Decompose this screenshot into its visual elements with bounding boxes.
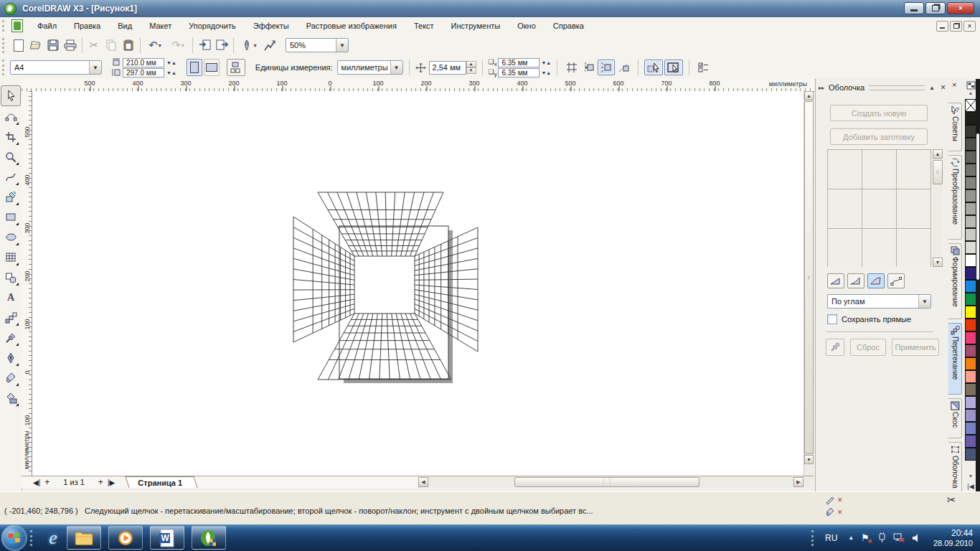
preset-scroll-up-icon[interactable]: ▲	[933, 149, 943, 159]
tab-shaping[interactable]: Формирование	[948, 243, 962, 319]
color-swatch[interactable]	[965, 435, 976, 448]
zoom-tool[interactable]	[1, 147, 20, 166]
ie-taskbar-icon[interactable]: e	[41, 526, 65, 550]
color-swatch[interactable]	[965, 138, 976, 151]
color-swatch[interactable]	[965, 448, 976, 461]
fill-tool[interactable]	[1, 368, 20, 387]
docker-collapse-icon[interactable]: ▸▸	[819, 85, 824, 91]
paste-button[interactable]	[120, 37, 137, 54]
cut-button[interactable]: ✂	[85, 37, 103, 54]
toolbar-grip[interactable]	[2, 38, 8, 53]
undo-button[interactable]: ↶▾	[143, 37, 166, 54]
zoom-level-combo[interactable]: 50% ▼	[286, 38, 349, 52]
pick-tool[interactable]	[1, 85, 21, 106]
add-page-after-button[interactable]: +	[98, 477, 103, 487]
scroll-right-icon[interactable]: ▶	[793, 477, 804, 487]
network-icon[interactable]: ✕	[893, 532, 905, 543]
color-swatch[interactable]	[965, 344, 976, 357]
color-swatch[interactable]	[965, 319, 976, 331]
duplicate-y-field[interactable]: 6.35 мм	[498, 68, 540, 77]
paper-width-field[interactable]: 210.0 мм	[123, 58, 164, 67]
preset-scrollbar[interactable]: ▲ ≡ ▼	[933, 149, 943, 267]
duplicate-x-spinner[interactable]: ▼▲	[541, 60, 551, 65]
paper-height-spinner[interactable]: ▼▲	[166, 70, 176, 75]
language-indicator[interactable]: RU	[825, 533, 837, 543]
color-swatch[interactable]	[965, 176, 976, 189]
power-plug-icon[interactable]	[877, 532, 887, 543]
word-taskbar-button[interactable]: W	[150, 526, 184, 550]
color-swatch[interactable]	[965, 241, 976, 254]
landscape-button[interactable]	[204, 59, 220, 76]
set-default-page-button[interactable]	[227, 59, 245, 76]
nudge-field[interactable]: 2,54 мм	[429, 61, 466, 75]
color-swatch[interactable]	[965, 370, 976, 383]
mdi-close-button[interactable]: ×	[963, 21, 976, 32]
speaker-icon[interactable]	[912, 533, 922, 543]
page-tab[interactable]: Страница 1	[126, 476, 198, 488]
import-button[interactable]	[196, 37, 213, 54]
color-swatch[interactable]	[965, 357, 976, 370]
export-button[interactable]	[213, 37, 230, 54]
tab-blend[interactable]: Перетекание	[948, 323, 962, 395]
add-page-before-button[interactable]: +	[44, 477, 50, 487]
restore-button[interactable]	[925, 2, 946, 14]
preset-cell[interactable]	[827, 189, 862, 229]
drawing-canvas[interactable]	[32, 91, 804, 476]
mapping-mode-combo[interactable]: По углам ▼	[827, 294, 931, 309]
mdi-minimize-button[interactable]	[936, 21, 948, 32]
tab-bevel[interactable]: Скос	[948, 398, 962, 438]
tab-transformation[interactable]: Преобразование	[948, 155, 962, 240]
docker-drag-texture[interactable]	[869, 85, 925, 90]
menu-item[interactable]: Текст	[405, 19, 443, 33]
menu-item[interactable]: Вид	[109, 19, 141, 33]
duplicate-x-field[interactable]: 6.35 мм	[498, 58, 540, 67]
color-swatch[interactable]	[965, 396, 976, 409]
preset-cell[interactable]	[862, 228, 897, 267]
preset-cell[interactable]	[896, 149, 931, 189]
save-button[interactable]	[44, 37, 62, 54]
snap-to-grid-button[interactable]	[563, 59, 580, 76]
smart-fill-tool[interactable]	[1, 187, 20, 207]
outline-tool[interactable]	[1, 348, 20, 367]
color-swatch[interactable]	[965, 422, 976, 435]
app-launcher-button[interactable]: ▾	[237, 37, 261, 54]
menu-item[interactable]: Растровые изображения	[298, 19, 405, 33]
units-combo[interactable]: миллиметры ▼	[337, 60, 403, 75]
docker-close-icon[interactable]: ×	[941, 83, 946, 93]
first-page-icon[interactable]: ◀|	[33, 479, 40, 486]
zoom-combo-arrow-icon[interactable]: ▼	[336, 39, 348, 52]
color-swatch[interactable]	[965, 280, 976, 293]
color-swatch[interactable]	[965, 254, 976, 267]
start-button[interactable]	[1, 525, 27, 551]
reset-button[interactable]: Сброс	[850, 339, 886, 356]
color-swatch[interactable]	[965, 164, 976, 176]
envelope-unconstrained-mode-button[interactable]	[887, 273, 905, 288]
basic-shapes-tool[interactable]	[1, 268, 20, 287]
palette-scrollbar[interactable]	[976, 79, 980, 491]
color-swatch[interactable]	[965, 202, 976, 215]
color-swatch[interactable]	[965, 331, 976, 344]
rectangle-tool[interactable]	[1, 207, 20, 227]
palette-menu-icon[interactable]	[966, 81, 976, 90]
freehand-tool[interactable]	[1, 167, 20, 187]
crop-tool[interactable]	[1, 127, 20, 146]
envelope-eyedropper-button[interactable]	[826, 339, 844, 356]
menu-item[interactable]: Справка	[545, 19, 593, 33]
docker-rollup-icon[interactable]: ▲	[929, 85, 935, 91]
vertical-ruler[interactable]: 5004003002001000100миллиметры	[22, 91, 32, 476]
color-swatch[interactable]	[965, 267, 976, 280]
last-page-icon[interactable]: |▶	[108, 479, 115, 486]
horizontal-ruler[interactable]: 5004003002001000100200300400500600700800…	[22, 79, 814, 92]
interactive-fill-tool[interactable]	[1, 388, 20, 408]
wmp-taskbar-button[interactable]	[108, 526, 143, 550]
eyedropper-tool[interactable]	[1, 328, 20, 347]
action-center-flag-icon[interactable]: ⚑✕	[861, 532, 870, 543]
paper-height-field[interactable]: 297.0 мм	[123, 68, 164, 77]
menu-item[interactable]: Инструменты	[443, 19, 509, 33]
color-swatch[interactable]	[965, 125, 976, 138]
color-swatch[interactable]	[965, 409, 976, 422]
menu-item[interactable]: Эффекты	[245, 19, 298, 33]
coreldraw-taskbar-button[interactable]	[192, 526, 226, 550]
tab-tips[interactable]: ? Советы	[948, 103, 962, 151]
snap-to-guidelines-button[interactable]	[580, 59, 598, 76]
